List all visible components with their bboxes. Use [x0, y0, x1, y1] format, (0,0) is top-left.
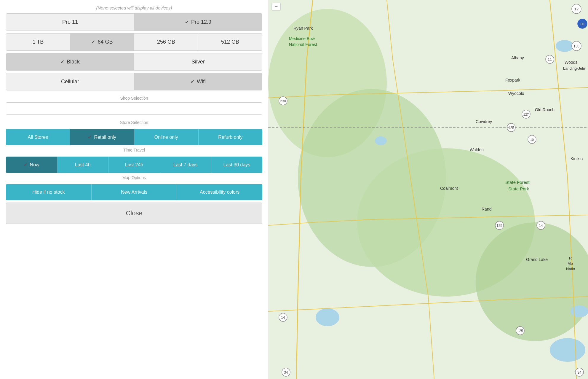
- svg-text:Wyocolo: Wyocolo: [508, 91, 524, 96]
- map-accessibility-label: Accessibility colors: [200, 190, 239, 195]
- svg-text:125: 125: [508, 126, 514, 130]
- svg-text:National Forest: National Forest: [289, 42, 317, 47]
- svg-text:R: R: [569, 256, 572, 260]
- color-black-label: Black: [67, 59, 80, 65]
- svg-text:Coalmont: Coalmont: [440, 186, 458, 191]
- connectivity-cellular-label: Cellular: [61, 79, 79, 85]
- map-new-arrivals[interactable]: New Arrivals: [92, 184, 177, 200]
- storage-256gb-label: 256 GB: [157, 39, 175, 45]
- color-row: ✔ Black Silver: [6, 53, 262, 71]
- svg-text:Ryan Park: Ryan Park: [293, 26, 313, 31]
- svg-text:130: 130: [573, 44, 579, 48]
- svg-text:Cowdrey: Cowdrey: [476, 119, 492, 124]
- device-pro11-label: Pro 11: [62, 19, 78, 25]
- map-options-row: Hide if no stock New Arrivals Accessibil…: [6, 184, 262, 200]
- connectivity-wifi-check: ✔: [191, 79, 194, 85]
- map-zoom-out-button[interactable]: −: [272, 3, 281, 10]
- storage-256gb[interactable]: 256 GB: [134, 34, 198, 50]
- map-new-arrivals-label: New Arrivals: [121, 190, 147, 195]
- map-hide-no-stock[interactable]: Hide if no stock: [6, 184, 92, 200]
- svg-point-8: [550, 338, 585, 362]
- connectivity-wifi-label: Wifi: [197, 79, 206, 85]
- time-24h[interactable]: Last 24h: [108, 157, 160, 173]
- svg-text:Grand Lake: Grand Lake: [526, 257, 548, 262]
- map-svg: 12 80 130 11 230 127 125 10 125 14 14 12…: [268, 0, 588, 379]
- minus-icon: −: [275, 4, 278, 10]
- time-30d[interactable]: Last 30 days: [211, 157, 262, 173]
- svg-text:12: 12: [574, 7, 579, 11]
- svg-text:Natio: Natio: [566, 267, 575, 271]
- color-silver-label: Silver: [191, 59, 205, 65]
- map-container: −: [268, 0, 588, 379]
- time-now-label: Now: [30, 162, 39, 168]
- store-all-label: All Stores: [28, 135, 48, 140]
- storage-512gb-label: 512 GB: [221, 39, 239, 45]
- svg-text:34: 34: [577, 370, 581, 375]
- color-black-check: ✔: [60, 59, 64, 65]
- svg-point-9: [571, 305, 588, 317]
- hint-text: (None selected will display all devices): [6, 3, 262, 13]
- svg-point-5: [556, 40, 573, 52]
- apple-shop-cell[interactable]: [6, 103, 262, 114]
- store-refurb[interactable]: Refurb only: [199, 129, 263, 145]
- svg-text:Rand: Rand: [482, 207, 491, 211]
- svg-text:14: 14: [281, 316, 285, 320]
- color-silver[interactable]: Silver: [134, 53, 262, 70]
- map-options-label: Map Options: [6, 175, 262, 180]
- device-pro129-label: Pro 12.9: [191, 19, 211, 25]
- storage-512gb[interactable]: 512 GB: [198, 34, 262, 50]
- store-row: All Stores ✔ Retail only Online only Ref…: [6, 129, 262, 145]
- right-panel: −: [268, 0, 588, 379]
- time-30d-label: Last 30 days: [223, 162, 250, 168]
- connectivity-wifi[interactable]: ✔ Wifi: [134, 73, 262, 90]
- svg-text:Mo: Mo: [568, 261, 573, 266]
- shop-row: [6, 102, 262, 115]
- store-retail-check: ✔: [88, 134, 92, 140]
- connectivity-row: Cellular ✔ Wifi: [6, 73, 262, 90]
- store-online[interactable]: Online only: [134, 129, 199, 145]
- svg-text:80: 80: [581, 22, 584, 26]
- store-section-label: Store Selection: [6, 120, 262, 125]
- svg-text:Foxpark: Foxpark: [505, 78, 521, 82]
- left-panel: (None selected will display all devices)…: [0, 0, 268, 379]
- store-online-label: Online only: [154, 135, 178, 140]
- storage-64gb-check: ✔: [91, 39, 95, 45]
- time-7d[interactable]: Last 7 days: [160, 157, 211, 173]
- time-24h-label: Last 24h: [125, 162, 143, 168]
- storage-1tb[interactable]: 1 TB: [6, 34, 70, 50]
- store-retail-label: Retail only: [94, 135, 116, 140]
- svg-text:34: 34: [284, 370, 288, 375]
- svg-text:State Park: State Park: [508, 186, 529, 191]
- device-pro129-check: ✔: [185, 19, 189, 25]
- time-now[interactable]: ✔ Now: [6, 157, 57, 173]
- shop-section-label: Shop Selection: [6, 96, 262, 101]
- svg-text:125: 125: [496, 224, 502, 228]
- time-4h[interactable]: Last 4h: [57, 157, 108, 173]
- svg-text:Woods: Woods: [565, 60, 577, 65]
- color-black[interactable]: ✔ Black: [6, 53, 134, 70]
- close-button[interactable]: Close: [6, 203, 262, 224]
- svg-text:10: 10: [530, 138, 534, 141]
- svg-text:11: 11: [548, 58, 552, 62]
- device-pro11[interactable]: Pro 11: [6, 14, 134, 31]
- time-7d-label: Last 7 days: [173, 162, 198, 168]
- map-hide-no-stock-label: Hide if no stock: [32, 190, 65, 195]
- store-all[interactable]: All Stores: [6, 129, 70, 145]
- svg-point-7: [316, 308, 339, 326]
- store-retail[interactable]: ✔ Retail only: [70, 129, 135, 145]
- svg-text:127: 127: [523, 113, 529, 116]
- connectivity-cellular[interactable]: Cellular: [6, 73, 134, 90]
- time-row: ✔ Now Last 4h Last 24h Last 7 days Last …: [6, 157, 262, 173]
- svg-text:Old Roach: Old Roach: [535, 107, 555, 112]
- svg-text:Kinikin: Kinikin: [571, 156, 583, 161]
- device-pro129[interactable]: ✔ Pro 12.9: [134, 14, 262, 31]
- storage-1tb-label: 1 TB: [33, 39, 44, 45]
- time-4h-label: Last 4h: [75, 162, 90, 168]
- map-accessibility[interactable]: Accessibility colors: [177, 184, 262, 200]
- store-refurb-label: Refurb only: [218, 135, 242, 140]
- storage-64gb[interactable]: ✔ 64 GB: [70, 34, 134, 50]
- storage-row: 1 TB ✔ 64 GB 256 GB 512 GB: [6, 33, 262, 51]
- svg-text:State Forest: State Forest: [505, 180, 530, 185]
- svg-text:Albany: Albany: [511, 55, 524, 60]
- storage-64gb-label: 64 GB: [98, 39, 113, 45]
